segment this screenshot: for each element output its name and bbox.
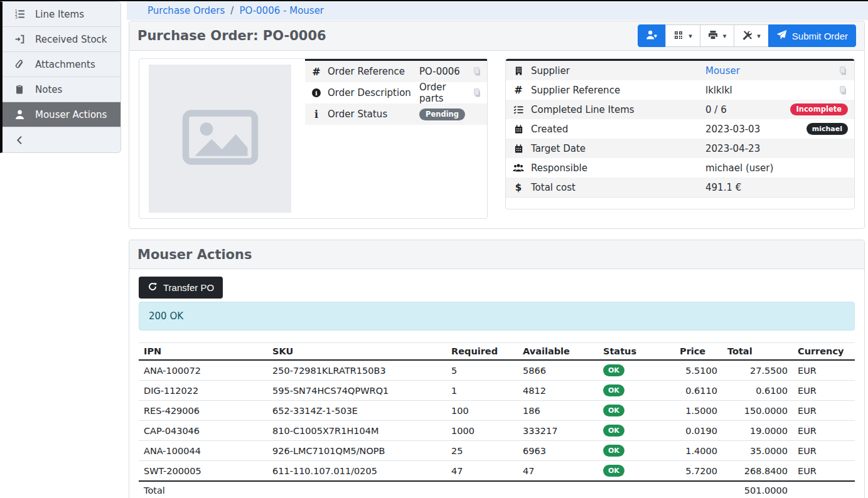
copy-icon[interactable] [467,66,487,77]
copy-icon[interactable] [467,88,487,98]
detail-label: Order Reference [328,66,419,77]
cell-status: OK [598,441,675,461]
order-actions-dropdown-button[interactable]: ▾ [734,24,769,47]
detail-value: 2023-03-03 [705,124,806,135]
list-check-icon [506,105,531,115]
transfer-po-button[interactable]: Transfer PO [139,277,223,299]
detail-value: PO-0006 [419,66,467,77]
order-description-row: i Order Description Order parts [305,82,487,103]
supplier-link[interactable]: Mouser [705,65,828,77]
chevron-left-icon [11,135,28,145]
cell-ipn: ANA-100044 [139,441,267,461]
sidebar-item-mouser-actions[interactable]: Mouser Actions [3,102,121,127]
cell-required: 25 [446,441,518,461]
ok-badge: OK [603,384,624,396]
copy-icon[interactable] [828,66,848,76]
ok-badge: OK [603,364,624,376]
cell-available: 47 [518,461,598,482]
admin-button[interactable] [638,24,666,47]
submit-order-button[interactable]: Submit Order [768,24,856,47]
col-header-available: Available [518,343,598,361]
detail-value: 2023-04-23 [705,143,848,154]
barcode-dropdown-button[interactable]: ▾ [665,24,700,47]
cell-currency: EUR [793,360,855,381]
cell-currency: EUR [793,421,855,441]
detail-label: Total cost [531,182,705,193]
detail-label: Target Date [531,143,705,154]
info-circle-icon: i [305,88,328,98]
user-badge: michael [806,123,848,135]
detail-value: 0 / 6 [705,104,790,115]
cell-currency: EUR [793,401,855,421]
cell-sku: 611-110.107.011/0205 [267,461,446,482]
supplier-row: Supplier Mouser [506,61,854,80]
completed-line-items-row: Completed Line Items 0 / 6 Incomplete [506,100,854,119]
detail-value: 491.1 € [705,182,848,193]
cell-required: 1000 [446,421,518,441]
cell-currency: EUR [793,381,855,401]
cell-sku: 926-LMC7101QM5/NOPB [267,441,446,461]
transfer-po-label: Transfer PO [163,282,214,293]
table-row: CAP-043046 810-C1005X7R1H104M 1000 33321… [139,421,855,441]
cell-ipn: DIG-112022 [139,381,267,401]
detail-value: michael (user) [705,162,848,174]
list-ol-icon: 123 [11,9,28,19]
table-footer-row: Total 501.0000 [139,481,855,498]
sidebar-item-attachments[interactable]: Attachments [3,52,121,77]
detail-label: Created [531,124,705,135]
user-icon [11,109,28,120]
cell-currency: EUR [793,441,855,461]
detail-label: Order Status [328,109,419,120]
svg-text:i: i [315,90,318,97]
calendar-icon [506,124,531,134]
footer-total-label: Total [139,481,267,498]
print-dropdown-button[interactable]: ▾ [700,24,735,47]
table-row: DIG-112022 595-SN74HCS74QPWRQ1 1 4812 OK… [139,381,855,401]
cell-required: 47 [446,461,518,482]
sidebar-collapse-button[interactable] [3,127,121,152]
sidebar-item-line-items[interactable]: 123 Line Items [3,2,121,27]
cell-total: 268.8400 [722,461,793,482]
cell-price: 0.0190 [675,421,722,441]
created-row: Created 2023-03-03 michael [506,119,854,139]
detail-label: Supplier [531,65,705,77]
hash-icon: # [305,66,328,78]
order-image-wrap [139,59,291,218]
col-header-required: Required [446,343,518,361]
cell-price: 5.5100 [675,360,722,381]
detail-label: Supplier Reference [531,85,705,96]
svg-text:3: 3 [14,15,17,19]
mouser-actions-panel: Mouser Actions Transfer PO 200 OK IPN SK [129,240,865,498]
line-items-table: IPN SKU Required Available Status Price … [139,342,855,498]
cell-sku: 595-SN74HCS74QPWRQ1 [267,381,446,401]
supplier-reference-row: # Supplier Reference lklklkl [506,80,854,100]
calendar-icon [506,144,531,154]
copy-icon[interactable] [828,85,848,95]
clipboard-icon [11,84,28,95]
cell-ipn: ANA-100072 [139,360,267,381]
sidebar-item-label: Received Stock [35,34,107,45]
empty-row [506,197,854,209]
purchase-order-panel: Purchase Order: PO-0006 ▾ [129,21,865,229]
cell-ipn: CAP-043046 [139,421,267,441]
ok-badge: OK [603,405,624,416]
refresh-icon [147,282,158,294]
order-summary-card: # Order Reference PO-0006 i Order Descr [139,58,488,219]
breadcrumb-current-order[interactable]: PO-0006 - Mouser [239,5,324,16]
table-row: ANA-100072 250-72981KLRATR150B3 5 5866 O… [139,360,855,381]
col-header-sku: SKU [267,343,446,361]
col-header-currency: Currency [793,343,855,361]
sidebar-item-notes[interactable]: Notes [3,77,121,102]
page-title: Purchase Order: PO-0006 [137,28,326,43]
detail-label: Order Description [328,87,419,98]
sidebar-item-received-stock[interactable]: Received Stock [3,27,121,52]
cell-status: OK [598,461,675,482]
mouser-actions-title: Mouser Actions [137,247,252,262]
paper-plane-icon [776,29,787,42]
cell-available: 4812 [518,381,598,401]
order-image-placeholder [149,65,291,213]
cell-price: 5.7200 [675,461,722,482]
breadcrumb-purchase-orders[interactable]: Purchase Orders [147,5,225,16]
sidebar-item-label: Notes [35,84,62,95]
sidebar-item-label: Line Items [35,9,84,20]
